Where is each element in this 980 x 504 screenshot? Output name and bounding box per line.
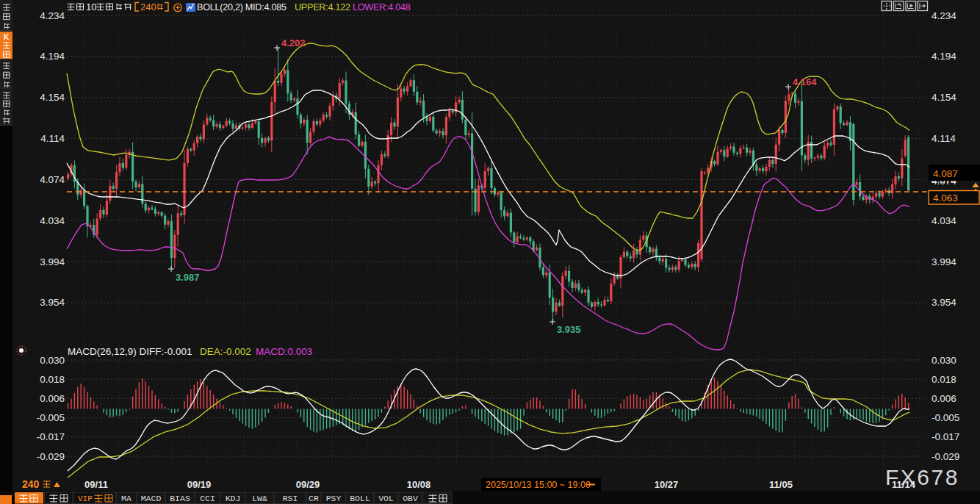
svg-text:PSY: PSY: [326, 494, 342, 503]
svg-text:09/11: 09/11: [84, 479, 108, 490]
svg-text:0.030: 0.030: [40, 355, 65, 366]
svg-text:MACD:0.003: MACD:0.003: [256, 346, 312, 357]
svg-text:RSI: RSI: [283, 494, 298, 503]
svg-text:4.114: 4.114: [932, 133, 956, 144]
svg-text:4.114: 4.114: [40, 133, 65, 144]
svg-text:10/08: 10/08: [407, 479, 431, 490]
svg-text:240: 240: [22, 478, 40, 490]
svg-text:0.006: 0.006: [932, 393, 956, 404]
svg-text:0.018: 0.018: [932, 374, 956, 385]
svg-text:KDJ: KDJ: [226, 494, 241, 503]
svg-text:4.087: 4.087: [933, 168, 958, 179]
svg-text:4.074: 4.074: [40, 174, 65, 185]
svg-text:-0.005: -0.005: [37, 412, 65, 423]
svg-text:0.006: 0.006: [40, 393, 65, 404]
svg-text:BOLL: BOLL: [350, 494, 370, 503]
svg-text:11/14: 11/14: [892, 479, 916, 490]
svg-text:LW&: LW&: [252, 494, 267, 503]
svg-text:0.018: 0.018: [40, 374, 65, 385]
svg-text:4.164: 4.164: [793, 76, 817, 87]
svg-text:MACD: MACD: [141, 494, 162, 503]
svg-text:UPPER:4.122: UPPER:4.122: [295, 2, 350, 12]
svg-text:09/19: 09/19: [187, 479, 212, 490]
svg-text:CCI: CCI: [200, 494, 215, 503]
svg-text:4.154: 4.154: [932, 92, 956, 103]
svg-text:VOL: VOL: [378, 494, 394, 503]
svg-text:3.987: 3.987: [176, 272, 200, 283]
svg-text:BOLL(20,2) MID:4.085: BOLL(20,2) MID:4.085: [197, 2, 287, 12]
svg-text:VIP: VIP: [78, 494, 93, 503]
svg-text:4.194: 4.194: [40, 51, 65, 62]
svg-text:-0.017: -0.017: [932, 431, 959, 442]
svg-text:4.063: 4.063: [933, 192, 958, 204]
svg-text:4.202: 4.202: [281, 37, 306, 48]
svg-text:3.954: 3.954: [40, 297, 65, 308]
svg-text:4.194: 4.194: [932, 51, 956, 62]
svg-text:OBV: OBV: [403, 494, 418, 503]
svg-text:3.935: 3.935: [557, 324, 581, 335]
svg-text:10: 10: [86, 1, 96, 12]
svg-text:4.234: 4.234: [932, 10, 956, 21]
svg-text:-0.029: -0.029: [37, 451, 65, 462]
svg-text:3.994: 3.994: [40, 256, 65, 267]
svg-text:CR: CR: [309, 494, 319, 503]
svg-text:-0.005: -0.005: [932, 412, 959, 423]
svg-text:MACD(26,12,9) DIFF:-0.001: MACD(26,12,9) DIFF:-0.001: [68, 346, 192, 357]
svg-text:10/27: 10/27: [655, 479, 679, 490]
svg-text:2025/10/13 15:00 ~ 19:00: 2025/10/13 15:00 ~ 19:00: [486, 480, 591, 490]
svg-text:0.030: 0.030: [932, 355, 956, 366]
svg-text:BIAS: BIAS: [170, 494, 190, 503]
svg-text:4.234: 4.234: [40, 10, 65, 21]
svg-text:LOWER:4.048: LOWER:4.048: [353, 2, 411, 12]
svg-text:09/29: 09/29: [296, 479, 320, 490]
svg-text:DEA:-0.002: DEA:-0.002: [200, 346, 251, 357]
svg-text:-0.017: -0.017: [37, 431, 65, 442]
svg-text:3.954: 3.954: [932, 297, 956, 308]
svg-text:K: K: [4, 33, 10, 41]
svg-text:4.034: 4.034: [40, 215, 65, 226]
svg-text:MA: MA: [121, 494, 131, 503]
svg-text:-0.029: -0.029: [932, 451, 959, 462]
svg-text:4.034: 4.034: [932, 215, 956, 226]
svg-text:4.154: 4.154: [40, 92, 65, 103]
svg-text:11/05: 11/05: [769, 479, 793, 490]
svg-text:240: 240: [140, 1, 156, 12]
svg-text:3.994: 3.994: [932, 256, 956, 267]
